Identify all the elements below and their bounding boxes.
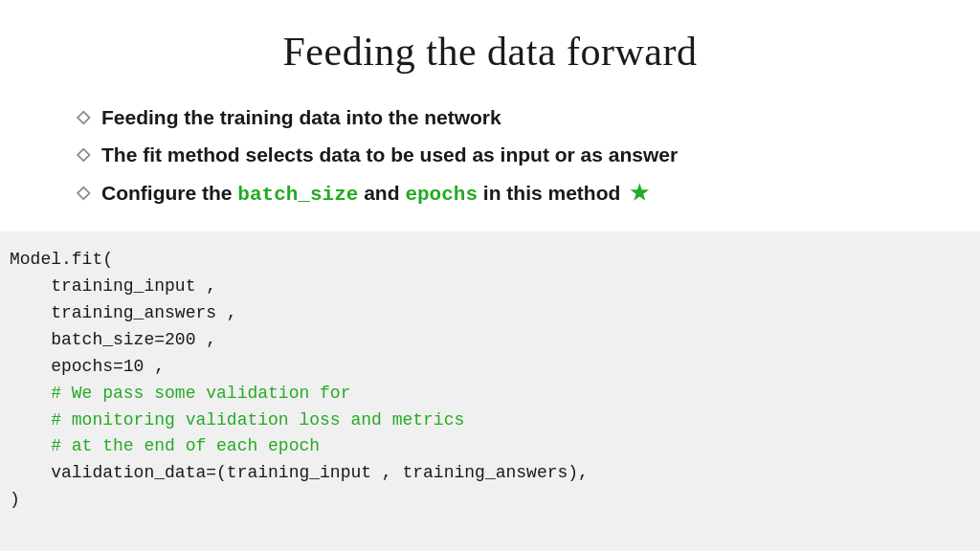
code-line: # We pass some validation for <box>10 381 961 408</box>
bullet-text-2: The fit method selects data to be used a… <box>101 141 678 168</box>
bullet3-after: in this method <box>478 182 626 204</box>
bullet-diamond-1: ◇ <box>77 106 90 127</box>
highlight-epochs: epochs <box>405 184 478 206</box>
bullet-diamond-3: ◇ <box>77 182 90 203</box>
code-line: batch_size=200 , <box>10 327 961 354</box>
star-icon: ★ <box>630 181 649 205</box>
bullet-item-1: ◇ Feeding the training data into the net… <box>77 103 903 131</box>
slide: Feeding the data forward ◇ Feeding the t… <box>0 0 980 551</box>
code-line: training_input , <box>10 274 961 300</box>
bullet3-middle: and <box>358 182 405 204</box>
code-line: validation_data=(training_input , traini… <box>10 460 961 487</box>
highlight-batch-size: batch_size <box>237 184 358 206</box>
bullet-item-2: ◇ The fit method selects data to be used… <box>77 141 903 168</box>
code-line: ) <box>10 487 961 514</box>
code-line: training_answers , <box>10 300 961 327</box>
slide-title: Feeding the data forward <box>57 29 923 75</box>
bullet-item-3: ◇ Configure the batch_size and epochs in… <box>77 179 903 209</box>
code-line: Model.fit( <box>10 247 961 274</box>
bullets-area: ◇ Feeding the training data into the net… <box>0 94 980 231</box>
bullet3-before: Configure the <box>101 182 237 204</box>
code-line: epochs=10 , <box>10 354 961 381</box>
title-area: Feeding the data forward <box>0 0 980 94</box>
code-line: # at the end of each epoch <box>10 433 961 460</box>
bullet-diamond-2: ◇ <box>77 143 90 165</box>
bullet-text-3: Configure the batch_size and epochs in t… <box>101 179 649 209</box>
code-line: # monitoring validation loss and metrics <box>10 408 961 434</box>
code-block: Model.fit( training_input , training_ans… <box>0 231 980 551</box>
bullet-text-1: Feeding the training data into the netwo… <box>101 103 501 131</box>
